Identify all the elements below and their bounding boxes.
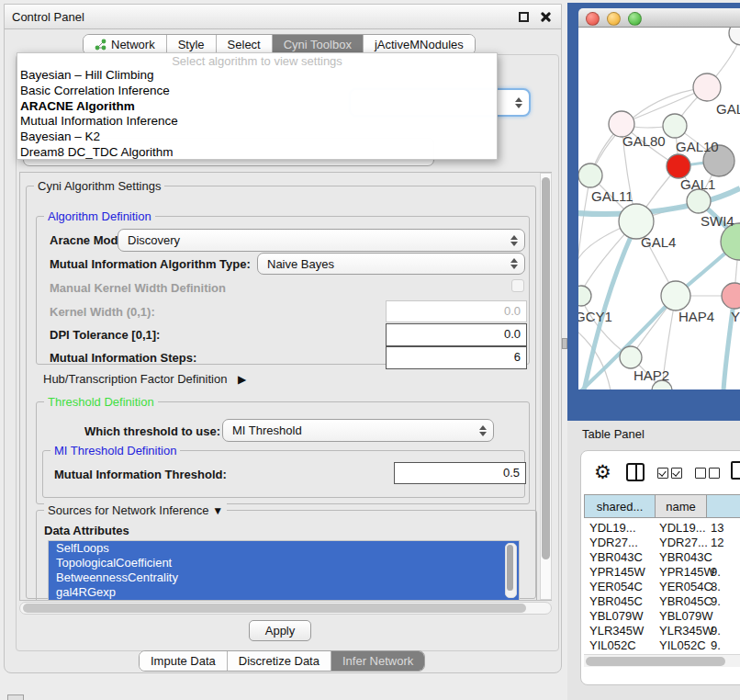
popup-prompt: Select algorithm to view settings <box>17 53 497 68</box>
data-attributes-list[interactable]: SelfLoops TopologicalCoefficient Between… <box>48 540 520 601</box>
mi-type-combo[interactable]: Naive Bayes <box>257 253 525 275</box>
list-item[interactable]: gal4RGexp <box>49 585 519 600</box>
cell: YLR345W <box>584 623 656 638</box>
hub-definition-expander[interactable]: Hub/Transcription Factor Definition ▶ <box>43 372 246 386</box>
node-label: GAL1 <box>680 176 715 192</box>
traffic-close-icon[interactable] <box>586 12 600 26</box>
mi-type-label: Mutual Information Algorithm Type: <box>50 257 251 271</box>
table-panel-title: Table Panel <box>582 427 645 441</box>
cell: YBL079W <box>656 608 707 623</box>
split-columns-icon[interactable] <box>626 463 645 481</box>
node[interactable] <box>729 28 740 45</box>
mi-threshold-label: Mutual Information Threshold: <box>54 468 227 481</box>
node-label: HAP2 <box>633 367 669 383</box>
cell: 12 <box>707 535 740 549</box>
menu-item[interactable]: Basic Correlation Inference <box>17 84 497 99</box>
dpi-tolerance-field[interactable]: 0.0 <box>386 323 527 346</box>
list-vertical-scrollbar[interactable] <box>505 543 517 598</box>
tab-cyni-toolbox[interactable]: Cyni Toolbox <box>272 35 363 54</box>
combo-spinner-icon <box>479 425 487 436</box>
menu-item[interactable]: Bayesian – K2 <box>17 130 497 145</box>
close-icon[interactable] <box>539 10 552 23</box>
node-hap4[interactable] <box>661 281 690 310</box>
kernel-width-field[interactable]: 0.0 <box>386 300 527 322</box>
node-label: GAL10 <box>676 139 719 154</box>
hscroll-thumb[interactable] <box>23 604 526 613</box>
cyni-algorithm-settings-group: Cyni Algorithm Settings Algorithm Defini… <box>26 186 536 599</box>
algorithm-definition-group: Algorithm Definition Aracne Mode: Discov… <box>36 216 530 365</box>
threshold-definition-group: Threshold Definition Which threshold to … <box>36 401 530 504</box>
cell: YLR345W <box>656 623 707 638</box>
tab-impute-data[interactable]: Impute Data <box>140 651 227 671</box>
table-hscroll-thumb[interactable] <box>586 657 725 666</box>
deselect-all-checkboxes-icon[interactable] <box>695 468 723 481</box>
node-gal[interactable] <box>693 73 721 101</box>
gear-icon[interactable]: ⚙ <box>594 463 611 481</box>
mi-threshold-definition-title: MI Threshold Definition <box>50 444 180 457</box>
select-all-checkboxes-icon[interactable] <box>657 468 685 481</box>
node-hap2[interactable] <box>620 346 642 368</box>
tab-infer-network[interactable]: Infer Network <box>331 651 424 671</box>
menu-item[interactable]: Bayesian – Hill Climbing <box>17 68 497 84</box>
node-y[interactable] <box>722 283 740 309</box>
cell: YBR043C <box>584 549 656 564</box>
menu-item-selected[interactable]: ARACNE Algorithm <box>17 99 497 115</box>
cell <box>707 549 740 564</box>
new-table-icon[interactable] <box>731 461 740 480</box>
traffic-minimize-icon[interactable] <box>607 12 621 26</box>
cell: 9. <box>707 623 740 638</box>
column-header-name[interactable]: name <box>656 494 707 518</box>
application-root: Control Panel Network Style Select Cyni … <box>0 0 740 700</box>
column-header-shared[interactable]: shared... <box>584 494 656 518</box>
table-horizontal-scrollbar[interactable] <box>584 654 740 667</box>
collapsed-arrow-icon: ▶ <box>238 373 246 386</box>
column-header-partial[interactable] <box>707 494 740 518</box>
node-label: GAL <box>716 101 740 117</box>
menu-item[interactable]: Dream8 DC_TDC Algorithm <box>17 145 497 161</box>
cell: YDL19... <box>584 520 656 535</box>
settings-vertical-scrollbar[interactable] <box>540 173 552 600</box>
list-item[interactable]: TopologicalCoefficient <box>49 556 519 570</box>
network-canvas[interactable]: GAL GAL80 GAL10 GAL1 GAL11 SWI4 GAL4 GCY… <box>578 28 740 390</box>
minimized-panel-icon[interactable] <box>7 694 24 700</box>
node-gcy1[interactable] <box>578 286 591 306</box>
settings-horizontal-scrollbar[interactable] <box>19 602 552 615</box>
node-gal1[interactable] <box>667 154 690 178</box>
list-item[interactable]: SelfLoops <box>49 541 519 556</box>
cell <box>707 608 740 623</box>
tab-jactivemnodules[interactable]: jActiveMNodules <box>363 35 475 54</box>
node-gal11[interactable] <box>578 164 602 187</box>
node-label: HAP4 <box>678 309 714 324</box>
manual-kernel-checkbox[interactable] <box>511 279 524 292</box>
mi-steps-field[interactable]: 6 <box>386 346 527 369</box>
cell: YIL052C <box>656 638 707 652</box>
cell: 9. <box>707 638 740 652</box>
which-threshold-combo[interactable]: MI Threshold <box>222 419 494 442</box>
list-item[interactable]: BetweennessCentrality <box>49 570 519 585</box>
tab-network[interactable]: Network <box>84 35 166 54</box>
node-swi4[interactable] <box>687 189 711 213</box>
network-window-titlebar[interactable] <box>578 8 740 28</box>
node-gal10[interactable] <box>663 114 687 138</box>
tab-network-label: Network <box>111 38 155 51</box>
apply-button[interactable]: Apply <box>249 620 311 641</box>
bottom-tabbar: Impute Data Discretize Data Infer Networ… <box>139 650 425 672</box>
mi-threshold-definition-group: MI Threshold Definition Mutual Informati… <box>42 450 525 498</box>
tab-discretize-data[interactable]: Discretize Data <box>227 651 331 671</box>
sources-group: Sources for Network Inference ▼ Data Att… <box>36 510 537 601</box>
mi-threshold-field[interactable]: 0.5 <box>394 462 526 484</box>
panel-title: Control Panel <box>12 10 84 24</box>
tab-style[interactable]: Style <box>166 35 216 54</box>
control-panel-titlebar: Control Panel <box>5 5 561 29</box>
tab-select[interactable]: Select <box>216 35 272 54</box>
vscroll-thumb[interactable] <box>542 177 550 559</box>
float-window-icon[interactable] <box>519 12 529 22</box>
cell: YBL079W <box>584 608 656 623</box>
traffic-zoom-icon[interactable] <box>628 12 642 26</box>
cell: YPR145W <box>584 564 656 579</box>
menu-item[interactable]: Mutual Information Inference <box>17 114 497 130</box>
table-body[interactable]: YDL19...YDL19...13 YDR27...YDR27...12 YB… <box>584 520 740 654</box>
expanded-arrow-icon[interactable]: ▼ <box>212 504 223 517</box>
aracne-mode-combo[interactable]: Discovery <box>118 229 525 252</box>
cell: YPR145W <box>656 564 707 579</box>
